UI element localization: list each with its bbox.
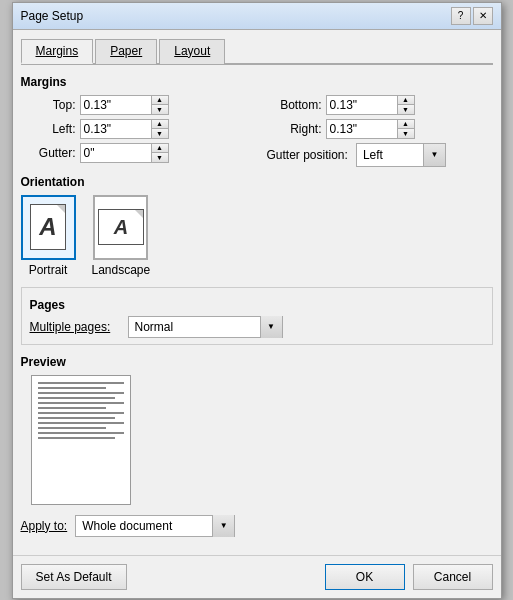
apply-value: Whole document [76, 517, 212, 535]
apply-dropdown[interactable]: Whole document ▼ [75, 515, 235, 537]
preview-line-4 [38, 397, 115, 399]
bottom-spinbox[interactable]: 0.13" ▲ ▼ [326, 95, 415, 115]
dialog-footer: Set As Default OK Cancel [13, 555, 501, 598]
multiple-pages-dropdown[interactable]: Normal ▼ [128, 316, 283, 338]
left-field-row: Left: 0.13" ▲ ▼ [21, 119, 247, 139]
gutter-spin-down[interactable]: ▼ [152, 153, 168, 162]
portrait-corner [57, 205, 65, 213]
left-label: Left: [21, 122, 76, 136]
gutter-spin-btns: ▲ ▼ [151, 144, 168, 162]
margins-grid: Top: 0.13" ▲ ▼ Left: 0.13" ▲ [21, 95, 493, 167]
dialog-body: Margins Paper Layout Margins Top: 0.13" … [13, 30, 501, 555]
right-spin-up[interactable]: ▲ [398, 120, 414, 129]
landscape-label: Landscape [92, 263, 151, 277]
gutter-spinbox[interactable]: 0" ▲ ▼ [80, 143, 169, 163]
preview-line-6 [38, 407, 107, 409]
top-input[interactable]: 0.13" [81, 96, 151, 114]
bottom-input[interactable]: 0.13" [327, 96, 397, 114]
preview-section: Preview [21, 355, 493, 505]
gutter-field-row: Gutter: 0" ▲ ▼ [21, 143, 247, 163]
orientation-label: Orientation [21, 175, 493, 189]
pages-section-label: Pages [30, 298, 484, 312]
portrait-label: Portrait [29, 263, 68, 277]
gutter-pos-field-row: Gutter position: Left ▼ [267, 143, 493, 167]
cancel-button[interactable]: Cancel [413, 564, 493, 590]
left-spinbox[interactable]: 0.13" ▲ ▼ [80, 119, 169, 139]
multiple-pages-value: Normal [129, 318, 260, 336]
preview-line-5 [38, 402, 124, 404]
margins-left-col: Top: 0.13" ▲ ▼ Left: 0.13" ▲ [21, 95, 247, 167]
portrait-box[interactable]: A [21, 195, 76, 260]
left-spin-up[interactable]: ▲ [152, 120, 168, 129]
preview-line-7 [38, 412, 124, 414]
dialog-title: Page Setup [21, 9, 84, 23]
multiple-pages-label: Multiple pages: [30, 320, 120, 334]
orientation-section: Orientation A Portrait A [21, 175, 493, 277]
top-label: Top: [21, 98, 76, 112]
margins-right-col: Bottom: 0.13" ▲ ▼ Right: 0.13" ▲ [267, 95, 493, 167]
tab-margins-label: Margins [36, 44, 79, 58]
set-default-button[interactable]: Set As Default [21, 564, 127, 590]
preview-line-2 [38, 387, 107, 389]
left-input[interactable]: 0.13" [81, 120, 151, 138]
portrait-option[interactable]: A Portrait [21, 195, 76, 277]
right-field-row: Right: 0.13" ▲ ▼ [267, 119, 493, 139]
apply-label: Apply to: [21, 519, 68, 533]
top-spin-btns: ▲ ▼ [151, 96, 168, 114]
preview-line-10 [38, 427, 107, 429]
pages-row: Multiple pages: Normal ▼ [30, 316, 484, 338]
preview-line-8 [38, 417, 115, 419]
page-setup-dialog: Page Setup ? ✕ Margins Paper Layout Marg… [12, 2, 502, 599]
preview-line-12 [38, 437, 115, 439]
top-spinbox[interactable]: 0.13" ▲ ▼ [80, 95, 169, 115]
right-spin-down[interactable]: ▼ [398, 129, 414, 138]
preview-line-3 [38, 392, 124, 394]
tab-margins[interactable]: Margins [21, 39, 94, 64]
tab-paper[interactable]: Paper [95, 39, 157, 64]
landscape-corner [135, 210, 143, 218]
multiple-pages-arrow[interactable]: ▼ [260, 316, 282, 338]
portrait-letter: A [39, 213, 56, 241]
preview-line-1 [38, 382, 124, 384]
portrait-icon: A [30, 204, 66, 250]
orientation-options: A Portrait A Landscape [21, 195, 493, 277]
pages-section: Pages Multiple pages: Normal ▼ [21, 287, 493, 345]
gutter-pos-label: Gutter position: [267, 148, 348, 162]
right-input[interactable]: 0.13" [327, 120, 397, 138]
help-button[interactable]: ? [451, 7, 471, 25]
right-label: Right: [267, 122, 322, 136]
title-bar: Page Setup ? ✕ [13, 3, 501, 30]
close-button[interactable]: ✕ [473, 7, 493, 25]
left-spin-down[interactable]: ▼ [152, 129, 168, 138]
top-field-row: Top: 0.13" ▲ ▼ [21, 95, 247, 115]
tab-layout[interactable]: Layout [159, 39, 225, 64]
right-spin-btns: ▲ ▼ [397, 120, 414, 138]
bottom-field-row: Bottom: 0.13" ▲ ▼ [267, 95, 493, 115]
tab-paper-label: Paper [110, 44, 142, 58]
tab-bar: Margins Paper Layout [21, 38, 493, 65]
gutter-input[interactable]: 0" [81, 144, 151, 162]
gutter-pos-arrow[interactable]: ▼ [423, 144, 445, 166]
margins-section-label: Margins [21, 75, 493, 89]
apply-arrow[interactable]: ▼ [212, 515, 234, 537]
bottom-spin-btns: ▲ ▼ [397, 96, 414, 114]
top-spin-up[interactable]: ▲ [152, 96, 168, 105]
ok-button[interactable]: OK [325, 564, 405, 590]
apply-row: Apply to: Whole document ▼ [21, 515, 493, 537]
gutter-pos-value: Left [357, 144, 423, 166]
landscape-option[interactable]: A Landscape [92, 195, 151, 277]
gutter-label: Gutter: [21, 146, 76, 160]
landscape-box[interactable]: A [93, 195, 148, 260]
landscape-letter: A [114, 216, 128, 239]
gutter-spin-up[interactable]: ▲ [152, 144, 168, 153]
landscape-icon: A [98, 209, 144, 245]
top-spin-down[interactable]: ▼ [152, 105, 168, 114]
tab-layout-label: Layout [174, 44, 210, 58]
gutter-pos-dropdown[interactable]: Left ▼ [356, 143, 446, 167]
right-spinbox[interactable]: 0.13" ▲ ▼ [326, 119, 415, 139]
bottom-spin-down[interactable]: ▼ [398, 105, 414, 114]
preview-line-9 [38, 422, 124, 424]
title-bar-controls: ? ✕ [451, 7, 493, 25]
bottom-spin-up[interactable]: ▲ [398, 96, 414, 105]
left-spin-btns: ▲ ▼ [151, 120, 168, 138]
